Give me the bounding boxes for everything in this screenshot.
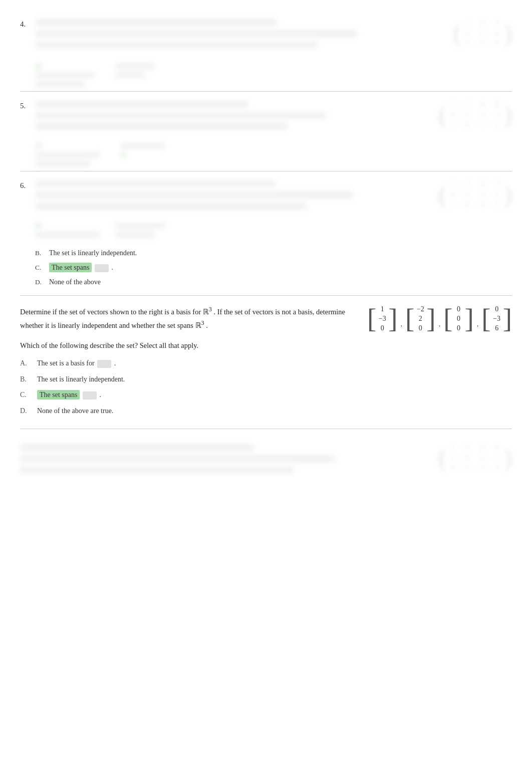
r3-superscript-2: ℝ3 — [195, 321, 204, 329]
comma-1: , — [401, 320, 403, 332]
v4-row-1: 0 — [492, 305, 502, 313]
option-c-period: . — [111, 264, 113, 271]
vector-1-display: [ 1 −3 0 ] — [367, 305, 398, 332]
matrix-display: [ 1 −3 0 ] , [ −2 2 — [367, 305, 512, 332]
determine-text-1: Determine if the set of vectors shown to… — [20, 308, 201, 316]
v2-left-bracket: [ — [405, 305, 414, 332]
v3-row-3: 0 — [454, 324, 464, 332]
v2-r1: −2 — [415, 305, 425, 313]
option-b-label: B. — [35, 249, 45, 257]
question-4-sub — [35, 63, 512, 87]
problem-detail-inner: Determine if the set of vectors shown to… — [20, 305, 512, 417]
question-6-inner: ( 2 0 1 , 1 3 0 , — [35, 180, 512, 287]
answer-options: A. The set is a basis for . B. The set i… — [20, 358, 512, 417]
question-6-number: 6. — [20, 181, 26, 190]
v1-right-bracket: ] — [388, 305, 397, 332]
v2-right-bracket: ] — [426, 305, 435, 332]
answer-a-suffix: . — [114, 359, 116, 367]
option-b-row: B. The set is linearly independent. — [35, 248, 512, 258]
question-5-inner: ( 1 0 2 , 3 1 0 , — [35, 101, 512, 167]
answer-a-text: The set is a basis for . — [37, 358, 116, 369]
option-d-row: D. None of the above — [35, 277, 512, 287]
v2-row-2: 2 — [415, 315, 425, 323]
determine-period: . — [206, 321, 208, 329]
question-5-matrix: ( 1 0 2 , 3 1 0 , — [438, 101, 512, 128]
question-4-blurred: ( 1 2 3 , 0 1 0 , — [35, 19, 512, 87]
v4-right-bracket: ] — [503, 305, 512, 332]
vector-3-display: [ 0 0 0 ] — [443, 305, 474, 332]
option-b-text: The set is linearly independent. — [49, 248, 137, 258]
answer-a-label: A. — [20, 359, 32, 367]
matrix-col-3: 2 4 6 — [492, 19, 501, 47]
question-5-row: ( 1 0 2 , 3 1 0 , — [35, 101, 512, 130]
problem-detail-text: Determine if the set of vectors shown to… — [20, 305, 347, 332]
v3-r1: 0 — [454, 305, 464, 313]
question-5-sub — [35, 143, 512, 167]
answer-c-label: C. — [20, 391, 32, 399]
problem-detail-row: Determine if the set of vectors shown to… — [20, 305, 512, 332]
question-5-text — [35, 101, 423, 130]
v2-numbers: −2 2 0 — [415, 305, 425, 332]
v4-r2: −3 — [492, 315, 502, 323]
answer-b-text: The set is linearly independent. — [37, 374, 125, 385]
answer-option-a: A. The set is a basis for . — [20, 358, 512, 369]
v3-r2: 0 — [454, 315, 464, 323]
option-c-row: C. The set spans . — [35, 262, 512, 273]
v3-left-bracket: [ — [443, 305, 452, 332]
v2-r2: 2 — [415, 315, 425, 323]
answer-c-highlight: The set spans — [37, 390, 80, 400]
answer-option-c: C. The set spans . — [20, 389, 512, 401]
answer-d-text: None of the above are true. — [37, 406, 113, 417]
question-6-text — [35, 180, 423, 210]
answer-c-box — [83, 392, 97, 400]
v3-row-1: 0 — [454, 305, 464, 313]
matrix-col-1: 1 2 3 — [463, 19, 472, 47]
vector-4-display: [ 0 −3 6 ] — [481, 305, 512, 332]
which-apply-text: Which of the following describe the set?… — [20, 341, 512, 350]
option-d-text: None of the above — [49, 277, 101, 287]
v1-row-1: 1 — [377, 305, 387, 313]
v1-row-2: −3 — [377, 315, 387, 323]
answer-a-prefix: The set is a basis for — [37, 359, 95, 367]
bottom-row: ( 1 2 0 , 3 0 1 , 0 2 — [20, 439, 512, 478]
r3-sup-1: 3 — [209, 306, 212, 313]
v4-row-3: 6 — [492, 324, 502, 332]
question-4-block: 4. ( 1 2 3 , — [20, 10, 512, 92]
answer-b-label: B. — [20, 375, 32, 383]
question-5-blurred: ( 1 0 2 , 3 1 0 , — [35, 101, 512, 167]
question-5-block: 5. ( 1 0 2 , — [20, 92, 512, 171]
answer-option-b: B. The set is linearly independent. — [20, 374, 512, 385]
question-6-blurred: ( 2 0 1 , 1 3 0 , — [35, 180, 512, 241]
question-4-matrix: ( 1 2 3 , 0 1 0 , — [453, 19, 512, 47]
bottom-text — [20, 444, 423, 473]
v4-row-2: −3 — [492, 315, 502, 323]
vector-2-display: [ −2 2 0 ] — [405, 305, 436, 332]
v4-numbers: 0 −3 6 — [492, 305, 502, 332]
problem-detail-block: Determine if the set of vectors shown to… — [20, 296, 512, 429]
question-6-top-block: 6. ( 2 0 1 , — [20, 171, 512, 296]
matrix-right-bracket: ) — [503, 21, 512, 46]
answer-c-text: The set spans . — [37, 389, 101, 401]
option-c-superscript-box — [95, 264, 109, 272]
v2-r3: 0 — [415, 324, 425, 332]
v2-row-1: −2 — [415, 305, 425, 313]
option-c-text: The set spans . — [49, 262, 113, 273]
matrix-col-2: 0 1 0 — [478, 19, 487, 47]
bottom-blurred-content: ( 1 2 0 , 3 0 1 , 0 2 — [20, 439, 512, 478]
v4-left-bracket: [ — [481, 305, 490, 332]
question-4-number: 4. — [20, 20, 26, 29]
answer-d-label: D. — [20, 407, 32, 415]
question-4-row: ( 1 2 3 , 0 1 0 , — [35, 19, 512, 48]
answer-option-d: D. None of the above are true. — [20, 406, 512, 417]
question-6-sub-top — [35, 223, 512, 241]
v1-r2: −3 — [377, 315, 387, 323]
answer-a-box — [97, 360, 111, 368]
v1-left-bracket: [ — [367, 305, 376, 332]
question-4-inner: ( 1 2 3 , 0 1 0 , — [35, 19, 512, 87]
v4-r1: 0 — [492, 305, 502, 313]
v1-row-3: 0 — [377, 324, 387, 332]
v3-r3: 0 — [454, 324, 464, 332]
bottom-matrix: ( 1 2 0 , 3 0 1 , 0 2 — [438, 444, 512, 472]
bottom-blurred-section: ( 1 2 0 , 3 0 1 , 0 2 — [20, 434, 512, 483]
v3-row-2: 0 — [454, 315, 464, 323]
